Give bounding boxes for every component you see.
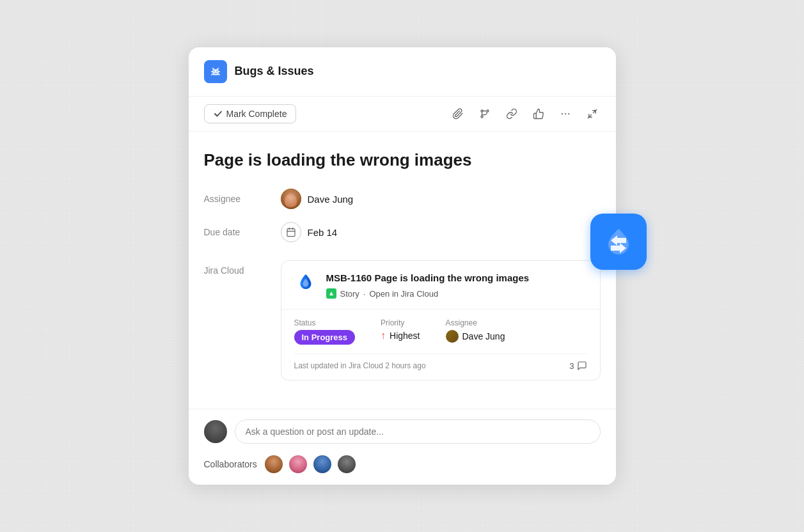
calendar-icon	[281, 222, 301, 242]
jira-card-footer: Last updated in Jira Cloud 2 hours ago 3	[294, 354, 587, 371]
assignee-name: Dave Jung	[308, 194, 354, 205]
assignee-row: Assignee Dave Jung	[204, 189, 601, 209]
jira-card-details: Status In Progress Priority ↑ High	[281, 309, 600, 380]
more-button[interactable]	[557, 106, 574, 122]
thumbsup-button[interactable]	[530, 106, 547, 122]
assignee-label: Assignee	[204, 194, 281, 204]
jira-floating-icon[interactable]	[590, 214, 647, 270]
branch-icon	[479, 108, 491, 120]
priority-arrow-icon: ↑	[381, 330, 386, 341]
svg-point-6	[561, 113, 562, 114]
svg-point-1	[213, 70, 214, 72]
jira-assignee-group: Assignee Dave Jung	[446, 318, 505, 345]
svg-point-8	[568, 113, 569, 114]
jira-status-value: In Progress	[294, 330, 356, 345]
jira-card-info: MSB-1160 Page is loading the wrong image…	[326, 271, 587, 299]
collaborators-label: Collaborators	[204, 459, 257, 469]
due-date-label: Due date	[204, 227, 281, 237]
jira-card[interactable]: MSB-1160 Page is loading the wrong image…	[281, 260, 601, 380]
jira-card-meta: Story · Open in Jira Cloud	[326, 288, 587, 299]
branch-button[interactable]	[477, 106, 493, 122]
link-icon	[506, 108, 517, 120]
svg-rect-0	[212, 69, 218, 75]
modal-footer: Collaborators	[189, 409, 616, 485]
collab-avatars	[264, 454, 357, 474]
jira-card-header: MSB-1160 Page is loading the wrong image…	[281, 261, 600, 309]
modal-content: Page is loading the wrong images Assigne…	[189, 132, 616, 409]
comment-input[interactable]	[235, 419, 601, 444]
due-date: Feb 14	[308, 227, 338, 238]
collaborators-row: Collaborators	[204, 454, 601, 474]
assignee-value: Dave Jung	[281, 189, 354, 209]
toolbar-icons	[450, 106, 601, 122]
expand-button[interactable]	[584, 106, 601, 122]
collab-avatar-3	[312, 454, 333, 474]
jira-fields: Status In Progress Priority ↑ High	[294, 318, 587, 345]
more-icon	[560, 108, 571, 120]
current-user-avatar	[204, 420, 227, 443]
collab-avatar-2	[288, 454, 308, 474]
story-badge	[326, 288, 336, 299]
expand-icon	[587, 108, 598, 120]
jira-priority-value: ↑ Highest	[381, 330, 420, 341]
attachment-icon	[452, 108, 464, 120]
comment-row	[204, 419, 601, 444]
mark-complete-button[interactable]: Mark Complete	[204, 104, 297, 123]
svg-rect-9	[287, 229, 295, 237]
svg-point-7	[564, 113, 565, 114]
task-title: Page is loading the wrong images	[204, 150, 601, 171]
comment-count: 3	[569, 361, 587, 371]
collab-avatar-1	[264, 454, 284, 474]
jira-cloud-label: Jira Cloud	[204, 255, 281, 276]
comment-icon	[577, 361, 587, 371]
due-date-value: Feb 14	[281, 222, 338, 242]
jira-cloud-row: Jira Cloud	[204, 255, 601, 380]
jira-status-group: Status In Progress	[294, 318, 356, 345]
thumbsup-icon	[533, 108, 544, 120]
task-modal: Bugs & Issues Mark Complete	[189, 47, 616, 485]
header-title: Bugs & Issues	[235, 65, 314, 78]
avatar	[281, 189, 301, 209]
toolbar: Mark Complete	[189, 97, 616, 132]
jira-assignee-value: Dave Jung	[446, 330, 505, 343]
svg-point-2	[216, 70, 217, 72]
last-updated: Last updated in Jira Cloud 2 hours ago	[294, 361, 426, 370]
jira-priority-group: Priority ↑ Highest	[381, 318, 420, 345]
open-jira-link[interactable]: Open in Jira Cloud	[369, 289, 438, 299]
jira-assignee-avatar	[446, 330, 459, 343]
check-icon	[214, 109, 223, 118]
link-button[interactable]	[503, 106, 520, 122]
app-icon	[204, 60, 227, 83]
jira-logo	[294, 272, 317, 295]
status-badge: In Progress	[294, 330, 356, 345]
jira-card-container: MSB-1160 Page is loading the wrong image…	[281, 255, 601, 380]
attachment-button[interactable]	[450, 106, 466, 122]
jira-card-title: MSB-1160 Page is loading the wrong image…	[326, 271, 587, 285]
modal-header: Bugs & Issues	[189, 47, 616, 97]
due-date-row: Due date Feb 14	[204, 222, 601, 242]
collab-avatar-4	[336, 454, 357, 474]
